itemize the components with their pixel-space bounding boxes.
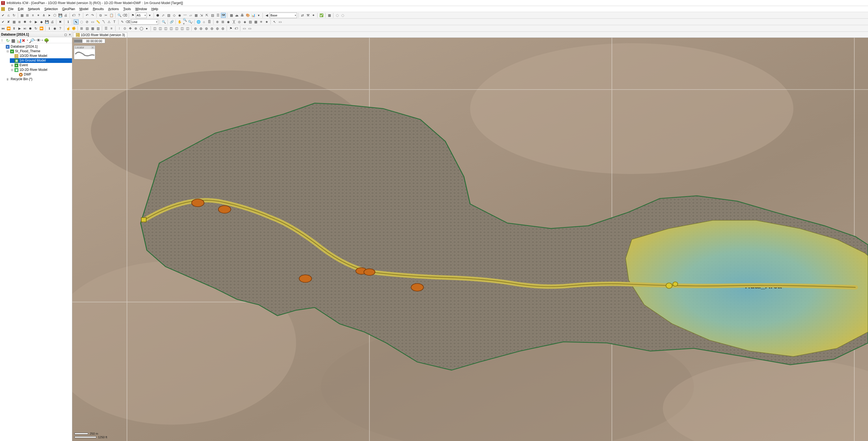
results5-icon[interactable]: ◫ xyxy=(174,26,179,31)
flag-icon[interactable]: ⚑ xyxy=(130,13,135,18)
table-icon[interactable]: ▦ xyxy=(11,20,17,24)
terrain-icon[interactable]: ⛰ xyxy=(234,13,239,18)
new-polygon-icon[interactable]: ◇ xyxy=(172,13,177,18)
database-view-icon[interactable]: 🗄 xyxy=(207,20,212,24)
theme-icon[interactable]: 🎨 xyxy=(245,13,250,18)
tree-recycle-bin[interactable]: 🗑 Recycle Bin (*) xyxy=(1,77,72,81)
network-icon[interactable]: ✱ xyxy=(23,20,27,24)
play-small-icon[interactable]: ▶ xyxy=(33,20,38,24)
list2-icon[interactable]: ≡ xyxy=(109,26,114,31)
zoomin2-icon[interactable]: ⊕ xyxy=(133,26,138,31)
profile-icon[interactable]: 〽 xyxy=(101,20,106,24)
dots-icon[interactable]: ⁝ xyxy=(117,26,122,31)
menu-file[interactable]: File xyxy=(6,7,16,11)
play-icon[interactable]: ▶ xyxy=(17,26,22,31)
expand-icon[interactable]: ⊞ xyxy=(10,63,13,68)
rows-icon[interactable]: ≣ xyxy=(17,20,22,24)
structure-node[interactable] xyxy=(192,199,204,207)
graph1-icon[interactable]: ◍ xyxy=(193,26,198,31)
new-link-icon[interactable]: ⬀ xyxy=(161,13,165,18)
style-combo[interactable]: AS xyxy=(136,12,147,18)
start-node[interactable] xyxy=(141,217,146,222)
tree-item-ground-model[interactable]: ▦ 1m Ground Model xyxy=(10,58,72,63)
tree-item-event[interactable]: ⊞ ▸ Event xyxy=(10,63,72,68)
dropdown-more-icon[interactable]: ▾ xyxy=(147,13,152,18)
cut-icon[interactable]: ✂ xyxy=(103,13,108,18)
grid-window-icon[interactable]: ▦ xyxy=(20,13,24,18)
menu-network[interactable]: Network xyxy=(26,7,42,11)
tag-icon[interactable]: 🏷 xyxy=(234,26,239,31)
commit-icon[interactable]: ✔ xyxy=(1,13,5,18)
draw-shape-combo[interactable]: Line xyxy=(131,19,158,25)
results2-icon[interactable]: ◫ xyxy=(158,26,163,31)
validate-icon[interactable]: ✅ xyxy=(319,13,324,18)
win2-icon[interactable]: ▭ xyxy=(247,26,252,31)
db-tree-icon[interactable]: 🌳 xyxy=(44,38,48,42)
time-strip[interactable]: 00 00:00:00 xyxy=(74,39,105,43)
render-icon[interactable]: ✳ xyxy=(259,20,264,24)
grab-icon[interactable]: ✊ xyxy=(71,26,76,31)
compare-icon[interactable]: ⇄ xyxy=(300,13,305,18)
new-area-icon[interactable]: ▱ xyxy=(188,13,193,18)
cancel-select-icon[interactable]: ⊘ xyxy=(85,20,90,24)
locator-close-icon[interactable]: × xyxy=(91,46,94,49)
tool1-icon[interactable]: ⚒ xyxy=(306,13,310,18)
text-icon[interactable]: T xyxy=(112,20,117,24)
zoomfit-icon[interactable]: ⊙ xyxy=(122,26,127,31)
db-view-icon[interactable]: 👁 xyxy=(36,38,41,42)
flag2-icon[interactable]: ⚑ xyxy=(228,26,233,31)
branch-icon[interactable]: ⋔ xyxy=(41,13,46,18)
locator-map[interactable] xyxy=(74,49,95,59)
scenario-prev-icon[interactable]: ◀ xyxy=(264,13,269,18)
loop-icon[interactable]: ↻ xyxy=(33,26,38,31)
grid-results-icon[interactable]: ▤ xyxy=(210,13,215,18)
menu-model[interactable]: Model xyxy=(77,7,91,11)
paste-icon[interactable]: 📋 xyxy=(109,13,114,18)
layers-icon[interactable]: ☰ xyxy=(215,13,220,18)
db-up-icon[interactable]: ↑ xyxy=(1,38,5,42)
export-icon[interactable]: ⇱ xyxy=(205,13,209,18)
database-tree[interactable]: ▸ Database [2024.1] ⊟ ▸ St_Flood_Theme xyxy=(0,43,72,441)
menu-tools[interactable]: Tools xyxy=(121,7,133,11)
step-icon[interactable]: ⏯ xyxy=(23,26,27,31)
find-object-icon[interactable]: 🔍 xyxy=(161,20,166,24)
doc-system-icon[interactable] xyxy=(1,7,5,11)
refresh-icon[interactable]: ↻ xyxy=(11,13,17,18)
new-line-icon[interactable]: 〰 xyxy=(183,13,187,18)
home-extent-icon[interactable]: ⌂ xyxy=(202,20,207,24)
zoom-out-icon[interactable]: 🔍- xyxy=(188,20,193,24)
db-refresh-icon[interactable]: ↻ xyxy=(6,38,10,42)
locator-panel[interactable]: Locator × xyxy=(74,45,95,59)
snap-mid-icon[interactable]: ◈ xyxy=(242,20,247,24)
clear-icon[interactable]: ⌫ xyxy=(122,13,127,18)
link-icon[interactable]: 🔗 xyxy=(169,20,174,24)
panel-close-icon[interactable]: ✕ xyxy=(69,33,71,36)
geoplan-canvas[interactable]: Tidal_Area xyxy=(72,38,868,441)
pan-icon[interactable]: ✋ xyxy=(177,20,182,24)
print2-icon[interactable]: 🖨 xyxy=(50,20,55,24)
import-icon[interactable]: ⇲ xyxy=(199,13,204,18)
menu-results[interactable]: Results xyxy=(91,7,106,11)
menu-edit[interactable]: Edit xyxy=(16,7,26,11)
results7-icon[interactable]: ◫ xyxy=(185,26,190,31)
properties-icon[interactable]: 🏷 xyxy=(71,13,76,18)
new-point-icon[interactable]: ◉ xyxy=(177,13,182,18)
tree-theme[interactable]: ⊟ ▸ St_Flood_Theme xyxy=(5,49,72,54)
forward-icon[interactable]: ⏩ xyxy=(39,26,44,31)
accept-icon[interactable]: ✔ xyxy=(1,20,5,24)
delete-icon[interactable]: ✖ xyxy=(58,20,63,24)
snap-node-icon[interactable]: ◉ xyxy=(226,20,231,24)
lasso-icon[interactable]: ◌ xyxy=(79,20,84,24)
menu-actions[interactable]: Actions xyxy=(106,7,121,11)
pointer-icon[interactable]: ⬉ xyxy=(74,20,79,24)
new-2dzone-icon[interactable]: ▦ xyxy=(193,13,198,18)
snap-end-icon[interactable]: ◎ xyxy=(237,20,242,24)
outfall-node[interactable] xyxy=(673,282,678,286)
save2-icon[interactable]: 💾 xyxy=(44,20,49,24)
revert-icon[interactable]: ⎌ xyxy=(6,13,11,18)
graph5-icon[interactable]: ◍ xyxy=(215,26,220,31)
menu-window[interactable]: Window xyxy=(133,7,149,11)
shape-icon[interactable]: ◆ xyxy=(39,20,44,24)
menu-geoplan[interactable]: GeoPlan xyxy=(60,7,77,11)
structure-node[interactable] xyxy=(299,275,311,282)
